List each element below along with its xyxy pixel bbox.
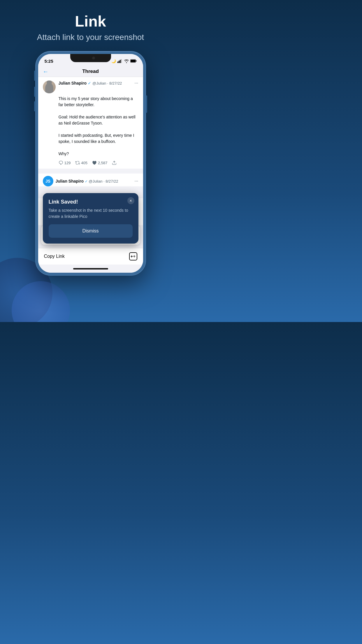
link-saved-modal: × Link Saved! Take a screenshot in the n… [43,193,138,244]
tweet-2-name: Julian Shapiro [56,179,84,183]
modal-body: Take a screenshot in the next 10 seconds… [49,207,133,220]
tweet-2-header: JS Julian Shapiro ✓ @Julian · 8/27/22 ··… [38,174,143,186]
copy-link-icon: + [129,252,137,260]
battery-icon [130,59,137,63]
retweet-action[interactable]: 405 [75,160,87,165]
tweet-1-text1: This is my 5 year story about becoming a… [59,96,133,107]
svg-rect-5 [131,60,136,62]
verified-badge: ✓ [88,81,91,85]
tweet-2-avatar-label: JS [45,179,50,183]
share-action[interactable] [112,160,117,165]
copy-link-row[interactable]: Copy Link + [38,248,143,265]
phone-screen: 5:25 🌙 [38,54,143,273]
svg-rect-3 [121,59,122,63]
tweet-2-avatar: JS [43,176,53,186]
share-icon [112,160,117,165]
svg-rect-1 [119,61,120,63]
tweet-divider [38,171,143,171]
back-button[interactable]: ← [43,68,49,75]
tweet-1-user-info: Julian Shapiro ✓ @Julian · 8/27/22 ··· [59,80,138,86]
reply-icon [59,160,63,165]
tweet-2-more[interactable]: ··· [134,178,138,184]
tweet-1-more[interactable]: ··· [134,80,138,86]
tweet-1-text4: Why? [59,151,69,156]
tweet-1-text3: I started with podcasting. But, every ti… [59,133,134,144]
svg-rect-0 [117,62,118,63]
tweet-2-user: Julian Shapiro ✓ @Julian · 8/27/22 [56,179,132,183]
avatar-silhouette [45,83,53,93]
status-icons: 🌙 [111,59,137,63]
nav-title: Thread [82,69,99,74]
moon-icon: 🌙 [111,59,116,63]
like-count: 2,587 [98,161,108,165]
page-header: Link Attach link to your screenshot [0,0,181,49]
tweet-1-username-row: Julian Shapiro ✓ @Julian · 8/27/22 ··· [59,80,138,86]
like-icon [92,160,97,165]
retweet-icon [75,160,80,165]
copy-link-text: Copy Link [44,254,65,259]
tweet-1-text2: Goal: Hold the audience's attention as w… [59,115,136,125]
reply-action[interactable]: 129 [59,160,71,165]
tweet-1-actions: 129 405 2,587 [43,159,138,165]
status-time: 5:25 [45,59,53,64]
signal-icon [117,59,123,63]
home-indicator [38,265,143,273]
like-action[interactable]: 2,587 [92,160,108,165]
phone-notch [70,54,111,62]
retweet-count: 405 [81,161,87,165]
tweet-1: Julian Shapiro ✓ @Julian · 8/27/22 ··· T… [38,77,143,169]
tweet-1-body: This is my 5 year story about becoming a… [43,96,138,157]
modal-title: Link Saved! [49,199,133,205]
tweet-2-verified: ✓ [85,179,89,183]
tweet-1-name: Julian Shapiro [59,81,87,85]
dismiss-button[interactable]: Dismiss [49,224,133,238]
home-bar [73,268,108,270]
wifi-icon [124,59,129,63]
modal-close-button[interactable]: × [127,197,134,204]
tweet-1-avatar [43,80,56,93]
avatar-image [43,80,56,93]
page-title: Link [0,13,181,30]
tweet-2-handle: @Julian · 8/27/22 [89,179,118,183]
twitter-nav: ← Thread [38,66,143,77]
phone-device: 5:25 🌙 [35,51,146,279]
tweet-1-header: Julian Shapiro ✓ @Julian · 8/27/22 ··· [43,80,138,93]
reply-count: 129 [64,161,71,165]
svg-rect-2 [120,60,121,63]
notch-camera [92,57,95,60]
page-subtitle: Attach link to your screenshot [0,32,181,43]
phone-outer-shell: 5:25 🌙 [35,51,146,276]
copy-plus: + [133,254,136,259]
tweet-1-handle: @Julian · 8/27/22 [92,81,122,85]
